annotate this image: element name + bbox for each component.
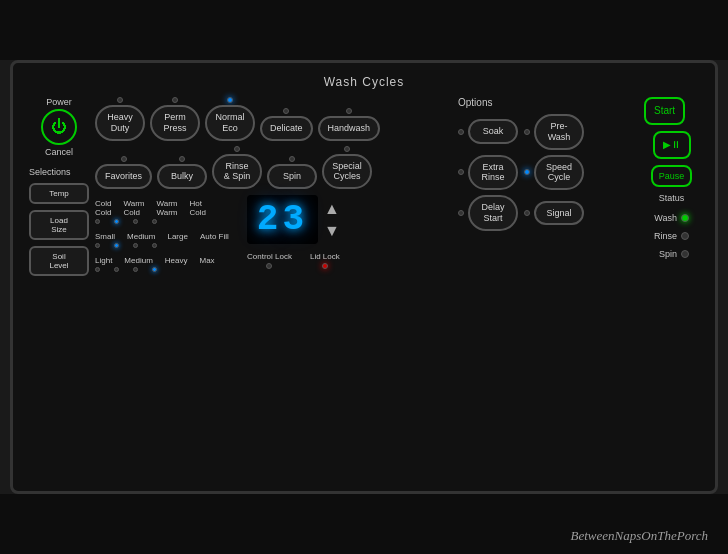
right-options: Options Soak Pre-Wash <box>458 97 638 501</box>
arrow-controls: ▲ ▼ <box>324 200 340 240</box>
delicate-btn[interactable]: Delicate <box>260 116 313 141</box>
hot-cold-dot <box>152 219 157 224</box>
pre-wash-btn[interactable]: Pre-Wash <box>534 114 584 150</box>
options-label: Options <box>458 97 638 108</box>
spin-status: Spin <box>654 249 689 259</box>
soil-dots <box>95 267 229 272</box>
top-bar <box>0 0 728 60</box>
far-right-controls: Start ▶⏸ Pause Status Wash Rinse Spin <box>644 97 699 501</box>
cycle-row-2: Favorites Bulky Rinse& Spin Spin <box>95 146 452 190</box>
pre-wash-dot <box>524 129 530 135</box>
wash-dot <box>681 214 689 222</box>
panel-title: Wash Cycles <box>324 75 405 89</box>
extra-rinse-btn[interactable]: ExtraRinse <box>468 155 518 191</box>
temp-label-group: ColdCold WarmCold WarmWarm HotCold <box>95 199 229 224</box>
selections-label: Selections <box>29 167 89 177</box>
cycle-spin: Spin <box>267 156 317 189</box>
rinse-spin-btn[interactable]: Rinse& Spin <box>212 154 262 190</box>
favorites-btn[interactable]: Favorites <box>95 164 152 189</box>
cycle-heavy-duty: HeavyDuty <box>95 97 145 141</box>
temp-dots <box>95 219 229 224</box>
delicate-dot <box>283 108 289 114</box>
favorites-dot <box>121 156 127 162</box>
heavy-dot <box>133 267 138 272</box>
perm-press-btn[interactable]: PermPress <box>150 105 200 141</box>
spin-btn[interactable]: Spin <box>267 164 317 189</box>
max-dot <box>152 267 157 272</box>
cold-cold-dot <box>95 219 100 224</box>
control-lock-group: Control Lock <box>247 252 292 269</box>
auto-fill-dot <box>152 243 157 248</box>
temp-knob[interactable]: Temp <box>29 183 89 204</box>
control-lock-dot <box>266 263 272 269</box>
wash-status-label: Wash <box>654 213 677 223</box>
time-display: 23 <box>247 195 318 244</box>
speed-cycle-dot <box>524 169 530 175</box>
soil-level-knob[interactable]: SoilLevel <box>29 246 89 276</box>
cycles-rows: HeavyDuty PermPress NormalEco Delicate <box>95 97 452 189</box>
extra-rinse-option: ExtraRinse <box>458 155 518 191</box>
med-soil-dot <box>114 267 119 272</box>
soil-medium: Medium <box>124 256 152 265</box>
rinse-spin-dot <box>234 146 240 152</box>
cycle-special: SpecialCycles <box>322 146 372 190</box>
cycle-row-1: HeavyDuty PermPress NormalEco Delicate <box>95 97 452 141</box>
load-dots <box>95 243 229 248</box>
soil-max: Max <box>200 256 215 265</box>
speed-cycle-btn[interactable]: SpeedCycle <box>534 155 584 191</box>
lower-display-row: ColdCold WarmCold WarmWarm HotCold <box>95 195 452 272</box>
heavy-duty-btn[interactable]: HeavyDuty <box>95 105 145 141</box>
signal-dot <box>524 210 530 216</box>
down-arrow-btn[interactable]: ▼ <box>324 222 340 240</box>
wash-cycles-title: Wash Cycles <box>29 75 699 89</box>
cancel-label: Cancel <box>45 147 73 157</box>
rinse-status-label: Rinse <box>654 231 677 241</box>
load-label-group: Small Medium Large Auto Fill <box>95 232 229 248</box>
spin-status-label: Spin <box>659 249 677 259</box>
cycle-perm-press: PermPress <box>150 97 200 141</box>
delay-start-btn[interactable]: DelayStart <box>468 195 518 231</box>
load-size-knob[interactable]: LoadSize <box>29 210 89 240</box>
light-dot <box>95 267 100 272</box>
signal-option: Signal <box>524 201 584 226</box>
up-arrow-btn[interactable]: ▲ <box>324 200 340 218</box>
soil-labels: Light Medium Heavy Max <box>95 256 229 265</box>
delay-start-option: DelayStart <box>458 195 518 231</box>
temp-labels: ColdCold WarmCold WarmWarm HotCold <box>95 199 229 217</box>
load-auto: Auto Fill <box>200 232 229 241</box>
medium-dot <box>114 243 119 248</box>
perm-press-dot <box>172 97 178 103</box>
temp-warm-cold: WarmCold <box>123 199 144 217</box>
pause-label[interactable]: Pause <box>651 165 693 187</box>
soak-option: Soak <box>458 119 518 144</box>
small-dot <box>95 243 100 248</box>
spin-dot <box>289 156 295 162</box>
warm-cold-dot <box>114 219 119 224</box>
soak-btn[interactable]: Soak <box>468 119 518 144</box>
bulky-dot <box>179 156 185 162</box>
cycle-normal-eco: NormalEco <box>205 97 255 141</box>
load-labels: Small Medium Large Auto Fill <box>95 232 229 241</box>
control-lock-label: Control Lock <box>247 252 292 261</box>
start-button[interactable]: Start <box>644 97 685 125</box>
start-pause-btn[interactable]: ▶⏸ <box>653 131 691 159</box>
watermark: BetweenNapsOnThePorch <box>571 528 708 544</box>
load-large: Large <box>167 232 187 241</box>
pre-wash-option: Pre-Wash <box>524 114 584 150</box>
bulky-btn[interactable]: Bulky <box>157 164 207 189</box>
handwash-dot <box>346 108 352 114</box>
options-row-3: DelayStart Signal <box>458 195 638 231</box>
handwash-btn[interactable]: Handwash <box>318 116 381 141</box>
options-row-2: ExtraRinse SpeedCycle <box>458 155 638 191</box>
special-btn[interactable]: SpecialCycles <box>322 154 372 190</box>
bottom-bar <box>0 494 728 554</box>
power-button[interactable]: ⏻ <box>41 109 77 145</box>
middle-section: HeavyDuty PermPress NormalEco Delicate <box>95 97 452 501</box>
lid-lock-group: Lid Lock <box>310 252 340 269</box>
normal-eco-btn[interactable]: NormalEco <box>205 105 255 141</box>
status-indicators: Wash Rinse Spin <box>654 213 689 259</box>
signal-btn[interactable]: Signal <box>534 201 584 226</box>
large-dot <box>133 243 138 248</box>
cycle-bulky: Bulky <box>157 156 207 189</box>
special-dot <box>344 146 350 152</box>
